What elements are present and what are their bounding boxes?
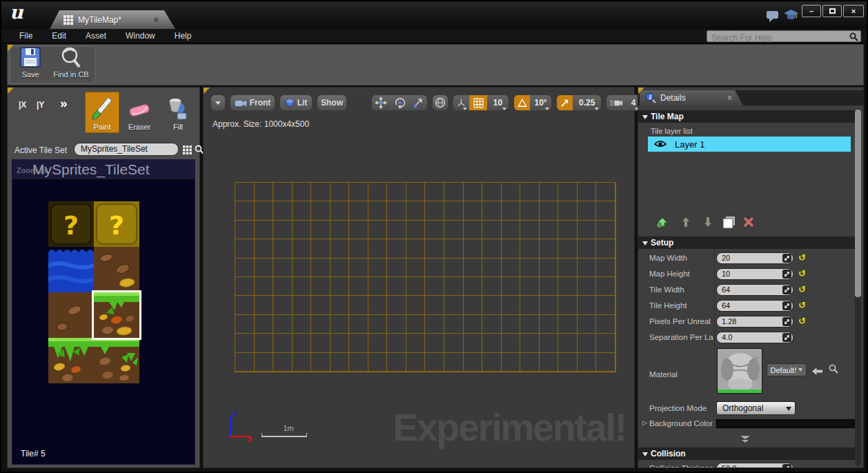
layer-visibility-eye-icon[interactable]: [654, 140, 667, 148]
grid-cell[interactable]: [540, 183, 559, 201]
details-scrollbar[interactable]: [855, 110, 861, 466]
grid-cell[interactable]: [311, 296, 331, 314]
separation-per-layer-field[interactable]: 4.0: [716, 332, 793, 343]
flip-x-button[interactable]: |X: [16, 99, 29, 111]
grid-cell[interactable]: [425, 201, 444, 220]
grid-cell[interactable]: [558, 296, 578, 314]
grid-cell[interactable]: [444, 259, 464, 277]
grid-cell[interactable]: [349, 201, 368, 220]
value-spinner-icon[interactable]: [782, 317, 791, 329]
tile-set-preview[interactable]: Zoom 1x MySprites_TileSet ? ?: [12, 159, 195, 465]
palette-tile-5[interactable]: [94, 292, 139, 338]
help-search-input[interactable]: [707, 33, 847, 43]
close-window-button[interactable]: ×: [843, 5, 864, 17]
grid-cell[interactable]: [273, 259, 293, 277]
grid-cell[interactable]: [596, 239, 615, 258]
grid-cell[interactable]: [349, 277, 368, 296]
grid-cell[interactable]: [255, 277, 274, 296]
grid-cell[interactable]: [482, 353, 502, 372]
world-local-space-button[interactable]: [432, 94, 448, 111]
reset-to-default-icon[interactable]: ↺: [798, 316, 806, 326]
scale-tool-button[interactable]: [408, 95, 427, 110]
grid-cell[interactable]: [558, 183, 578, 201]
grid-cell[interactable]: [540, 353, 559, 372]
grid-cell[interactable]: [387, 239, 406, 258]
grid-cell[interactable]: [255, 183, 274, 201]
grid-cell[interactable]: [502, 315, 521, 334]
grid-cell[interactable]: [273, 221, 293, 239]
grid-cell[interactable]: [444, 315, 464, 334]
grid-cell[interactable]: [444, 221, 464, 239]
grid-cell[interactable]: [482, 277, 502, 296]
section-setup[interactable]: Setup: [638, 236, 856, 249]
grid-cell[interactable]: [349, 239, 368, 258]
grid-cell[interactable]: [578, 221, 597, 239]
browse-to-asset-button[interactable]: [829, 364, 838, 376]
grid-cell[interactable]: [406, 277, 426, 296]
grid-cell[interactable]: [464, 353, 483, 372]
tile-map-grid[interactable]: [235, 182, 616, 372]
reset-to-default-icon[interactable]: ↺: [798, 284, 806, 294]
grid-cell[interactable]: [293, 183, 312, 201]
grid-cell[interactable]: [235, 277, 255, 296]
grid-cell[interactable]: [482, 296, 502, 314]
grid-cell[interactable]: [596, 315, 615, 334]
grid-cell[interactable]: [255, 353, 274, 372]
value-spinner-icon[interactable]: [782, 285, 791, 297]
grid-cell[interactable]: [349, 221, 368, 239]
grid-cell[interactable]: [482, 201, 502, 220]
grid-cell[interactable]: [368, 221, 388, 239]
grid-cell[interactable]: [349, 353, 368, 372]
grid-cell[interactable]: [311, 353, 331, 372]
layer-row-selected[interactable]: Layer 1: [648, 137, 851, 152]
grid-cell[interactable]: [578, 201, 597, 220]
grid-cell[interactable]: [331, 201, 350, 220]
flip-y-button[interactable]: |Y: [34, 99, 47, 111]
grid-cell[interactable]: [558, 334, 578, 352]
tile-set-picker-grid-icon[interactable]: [183, 145, 192, 157]
grid-cell[interactable]: [387, 353, 406, 372]
grid-cell[interactable]: [349, 296, 368, 314]
material-asset-dropdown[interactable]: Default!: [767, 363, 807, 376]
tile-width-field[interactable]: 64: [716, 284, 793, 296]
palette-tile-4[interactable]: [48, 292, 94, 338]
grid-cell[interactable]: [596, 201, 615, 220]
tile-height-field[interactable]: 64: [716, 300, 793, 312]
grid-cell[interactable]: [235, 201, 255, 220]
grid-cell[interactable]: [425, 296, 444, 314]
grid-cell[interactable]: [464, 259, 483, 277]
grid-cell[interactable]: [387, 259, 406, 277]
value-spinner-icon[interactable]: [782, 254, 791, 265]
grid-cell[interactable]: [558, 277, 578, 296]
active-tile-set-field[interactable]: MySprites_TileSet: [74, 143, 179, 156]
grid-cell[interactable]: [558, 353, 578, 372]
map-width-field[interactable]: 20: [716, 252, 793, 264]
rotation-snap-toggle[interactable]: [514, 95, 530, 110]
grid-cell[interactable]: [425, 334, 444, 352]
grid-cell[interactable]: [578, 315, 597, 334]
grid-cell[interactable]: [331, 221, 350, 239]
grid-cell[interactable]: [273, 353, 293, 372]
grid-cell[interactable]: [311, 277, 331, 296]
section-tile-map[interactable]: Tile Map: [638, 110, 856, 123]
grid-cell[interactable]: [464, 315, 483, 334]
grid-cell[interactable]: [540, 239, 559, 258]
grid-cell[interactable]: [273, 201, 293, 220]
grid-cell[interactable]: [273, 315, 293, 334]
grid-cell[interactable]: [578, 334, 597, 352]
grid-cell[interactable]: [502, 183, 521, 201]
grid-cell[interactable]: [558, 221, 578, 239]
grid-cell[interactable]: [502, 239, 521, 258]
grid-cell[interactable]: [368, 353, 388, 372]
grid-cell[interactable]: [406, 334, 426, 352]
grid-cell[interactable]: [406, 183, 426, 201]
grid-cell[interactable]: [540, 259, 559, 277]
grid-cell[interactable]: [235, 334, 255, 352]
grid-cell[interactable]: [235, 315, 255, 334]
asset-tab-mytilemap[interactable]: MyTileMap* ×: [50, 10, 175, 29]
grid-cell[interactable]: [464, 183, 483, 201]
minimize-button[interactable]: –: [802, 5, 821, 17]
tilemap-viewport[interactable]: Front Lit Show: [203, 87, 635, 468]
grid-cell[interactable]: [578, 259, 597, 277]
grid-cell[interactable]: [596, 296, 615, 314]
